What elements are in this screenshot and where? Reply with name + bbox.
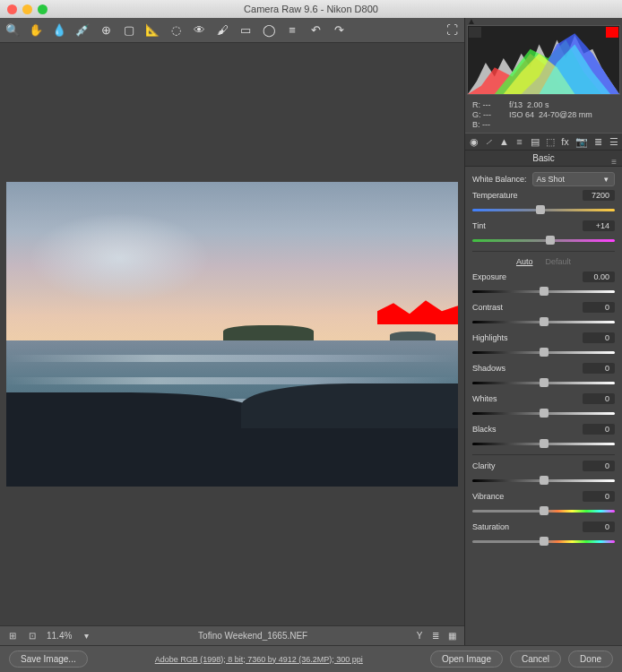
window-title: Camera Raw 9.6 - Nikon D800 — [244, 4, 378, 14]
blacks-value[interactable]: 0 — [583, 424, 615, 435]
shadows-label: Shadows — [472, 364, 505, 373]
tint-label: Tint — [472, 221, 486, 230]
tab-split-icon[interactable]: ▤ — [530, 135, 540, 148]
image-canvas[interactable] — [0, 43, 464, 625]
zoom-dropdown-icon[interactable]: ▾ — [81, 631, 91, 642]
tab-snapshots-icon[interactable]: ☰ — [609, 135, 618, 148]
minimize-window[interactable] — [22, 4, 32, 14]
zoom-window[interactable] — [38, 4, 48, 14]
red-eye-icon[interactable]: 👁 — [192, 23, 206, 38]
open-image-button[interactable]: Open Image — [430, 650, 503, 668]
workflow-options[interactable]: Adobe RGB (1998); 8 bit; 7360 by 4912 (3… — [95, 655, 423, 664]
clarity-label: Clarity — [472, 461, 496, 470]
rotate-cw-icon[interactable]: ↷ — [332, 23, 346, 38]
panel-tabs: ◉ ⟋ ▲ ≡ ▤ ⬚ fx 📷 ≣ ☰ — [465, 133, 622, 151]
panel-title: Basic ≡ — [465, 151, 622, 167]
exposure-slider[interactable] — [472, 286, 615, 297]
close-window[interactable] — [7, 4, 17, 14]
exposure-value[interactable]: 0.00 — [583, 271, 615, 282]
highlight-clip-indicator[interactable] — [606, 27, 618, 38]
blacks-label: Blacks — [472, 425, 497, 434]
vibrance-slider[interactable] — [472, 505, 615, 516]
zoom-readout[interactable]: 11.4% — [47, 631, 72, 641]
shadows-slider[interactable] — [472, 377, 615, 388]
filename-label: Tofino Weekend_1665.NEF — [100, 631, 405, 641]
basic-panel: White Balance: As Shot Temperature7200 T… — [465, 167, 622, 557]
clarity-slider[interactable] — [472, 475, 615, 486]
highlights-slider[interactable] — [472, 347, 615, 358]
highlights-label: Highlights — [472, 333, 508, 342]
compare-icon[interactable]: ⊞ — [7, 631, 18, 642]
status-bar: ⊞ ⊡ 11.4% ▾ Tofino Weekend_1665.NEF Y ≣ … — [0, 625, 464, 645]
histogram[interactable] — [467, 25, 620, 95]
panel-menu-icon[interactable]: ≡ — [611, 154, 617, 170]
footer: Save Image... Adobe RGB (1998); 8 bit; 7… — [0, 645, 622, 672]
targeted-adjustment-icon[interactable]: ⊕ — [99, 23, 113, 38]
straighten-tool-icon[interactable]: 📐 — [145, 23, 160, 38]
traffic-lights — [7, 4, 48, 14]
highlights-value[interactable]: 0 — [583, 332, 615, 343]
tab-hsl-icon[interactable]: ≡ — [514, 135, 524, 148]
swap-icon[interactable]: ⊡ — [27, 631, 38, 642]
auto-button[interactable]: Auto — [516, 257, 533, 266]
tint-slider[interactable] — [472, 235, 615, 246]
tab-fx-icon[interactable]: fx — [560, 135, 570, 148]
strip-icon[interactable]: ≣ — [430, 631, 441, 642]
white-balance-tool-icon[interactable]: 💧 — [52, 23, 66, 38]
photo-preview — [6, 182, 458, 487]
saturation-label: Saturation — [472, 522, 509, 531]
adjustment-brush-icon[interactable]: 🖌 — [215, 23, 229, 38]
titlebar: Camera Raw 9.6 - Nikon D800 — [0, 0, 622, 18]
default-button[interactable]: Default — [545, 257, 571, 266]
whites-label: Whites — [472, 394, 497, 403]
contrast-label: Contrast — [472, 303, 503, 312]
tab-curve-icon[interactable]: ⟋ — [484, 135, 494, 148]
shadows-value[interactable]: 0 — [583, 363, 615, 374]
left-pane: 🔍 ✋ 💧 💉 ⊕ ▢ 📐 ◌ 👁 🖌 ▭ ◯ ≡ ↶ ↷ ⛶ — [0, 18, 464, 645]
shadow-clip-indicator[interactable] — [469, 27, 481, 38]
before-after-icon[interactable]: Y — [414, 631, 425, 642]
rotate-ccw-icon[interactable]: ↶ — [308, 23, 323, 38]
white-balance-select[interactable]: As Shot — [532, 172, 615, 186]
contrast-slider[interactable] — [472, 316, 615, 327]
graduated-filter-icon[interactable]: ▭ — [238, 23, 253, 38]
right-panel: ▲ R: --- G: --- B: --- f/13 2.00 s ISO 6… — [464, 18, 622, 645]
cancel-button[interactable]: Cancel — [510, 650, 561, 668]
spot-removal-icon[interactable]: ◌ — [168, 23, 183, 38]
fullscreen-icon[interactable]: ⛶ — [445, 23, 459, 38]
tab-lens-icon[interactable]: ⬚ — [545, 135, 555, 148]
whites-slider[interactable] — [472, 408, 615, 418]
tint-value[interactable]: +14 — [583, 220, 615, 231]
tab-basic-icon[interactable]: ◉ — [469, 135, 479, 148]
toolbar: 🔍 ✋ 💧 💉 ⊕ ▢ 📐 ◌ 👁 🖌 ▭ ◯ ≡ ↶ ↷ ⛶ — [0, 18, 464, 43]
contrast-value[interactable]: 0 — [583, 302, 615, 313]
hand-tool-icon[interactable]: ✋ — [29, 23, 43, 38]
temperature-label: Temperature — [472, 191, 518, 200]
exposure-label: Exposure — [472, 272, 506, 281]
filmstrip-icon[interactable]: ▦ — [446, 631, 457, 642]
radial-filter-icon[interactable]: ◯ — [262, 23, 276, 38]
metadata-readout: R: --- G: --- B: --- f/13 2.00 s ISO 64 … — [465, 97, 622, 133]
whites-value[interactable]: 0 — [583, 393, 615, 404]
vibrance-value[interactable]: 0 — [583, 491, 615, 502]
tab-presets-icon[interactable]: ≣ — [593, 135, 603, 148]
temperature-value[interactable]: 7200 — [583, 190, 615, 201]
tab-camera-icon[interactable]: 📷 — [575, 135, 588, 148]
done-button[interactable]: Done — [568, 650, 613, 668]
list-icon[interactable]: ≡ — [285, 23, 299, 38]
crop-tool-icon[interactable]: ▢ — [122, 23, 136, 38]
white-balance-label: White Balance: — [472, 175, 527, 184]
zoom-tool-icon[interactable]: 🔍 — [5, 23, 20, 38]
tab-detail-icon[interactable]: ▲ — [499, 135, 509, 148]
temperature-slider[interactable] — [472, 204, 615, 215]
save-image-button[interactable]: Save Image... — [9, 650, 88, 668]
clarity-value[interactable]: 0 — [583, 461, 615, 471]
vibrance-label: Vibrance — [472, 492, 504, 501]
blacks-slider[interactable] — [472, 438, 615, 449]
saturation-slider[interactable] — [472, 536, 615, 547]
saturation-value[interactable]: 0 — [583, 521, 615, 532]
color-sampler-tool-icon[interactable]: 💉 — [75, 23, 90, 38]
